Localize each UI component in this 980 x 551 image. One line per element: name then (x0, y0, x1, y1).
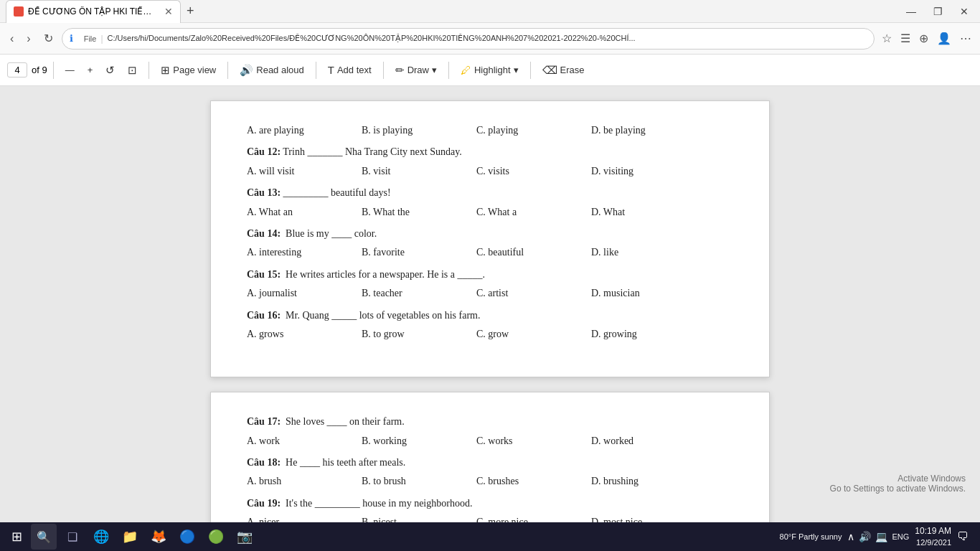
page-view-button[interactable]: ⊞ Page view (155, 61, 222, 80)
taskbar-app-explorer[interactable]: 📁 (117, 524, 143, 550)
highlight-label: Highlight (474, 65, 511, 75)
new-tab-button[interactable]: + (181, 4, 200, 19)
add-text-button[interactable]: T Add text (322, 61, 377, 79)
q17: Câu 17: She loves ____ on their farm. (247, 414, 733, 430)
start-button[interactable]: ⊞ (6, 526, 28, 547)
pdf-page-1: A. are playing B. is playing C. playing … (210, 100, 770, 377)
tray-network[interactable]: 💻 (875, 531, 887, 542)
q18-options: A. brush B. to brush C. brushes D. brush… (247, 474, 733, 489)
tab-close-button[interactable]: ✕ (164, 6, 173, 17)
taskbar-app-search[interactable]: 🔍 (31, 524, 57, 550)
tab-favicon (14, 6, 24, 17)
fit-page-button[interactable]: ⊡ (122, 61, 143, 80)
zoom-out-button[interactable]: — (60, 62, 80, 78)
erase-button[interactable]: ⌫ Erase (537, 61, 590, 80)
q16: Câu 16: Mr. Quang _____ lots of vegetabl… (247, 308, 733, 324)
address-actions: ☆ ☰ ⊕ 👤 ⋯ (879, 29, 974, 48)
pdf-content-area[interactable]: A. are playing B. is playing C. playing … (0, 86, 980, 522)
separator-4 (316, 62, 316, 79)
add-tab-button[interactable]: ⊕ (916, 29, 931, 48)
add-text-label: Add text (337, 65, 372, 75)
notification-button[interactable]: 🗨 (957, 530, 969, 543)
page-view-icon: ⊞ (161, 64, 170, 77)
address-field[interactable]: ℹ File | C:/Users/hi/Documents/Zalo%20Re… (62, 28, 875, 50)
back-button[interactable]: ‹ (6, 29, 18, 48)
tray-language[interactable]: ENG (892, 532, 909, 541)
q14: Câu 14: Blue is my ____ color. (247, 226, 733, 242)
q15: Câu 15: He writes articles for a newspap… (247, 267, 733, 283)
q19-options: A. nicer B. nicest C. more nice D. most … (247, 514, 733, 522)
read-aloud-label: Read aloud (256, 65, 304, 75)
separator-6 (448, 62, 449, 79)
info-icon: ℹ (70, 33, 73, 44)
window-controls: — ❐ ✕ (900, 4, 974, 19)
taskbar-app-taskview[interactable]: ❑ (60, 524, 85, 550)
taskbar-app-edge[interactable]: 🌐 (88, 524, 114, 550)
page-nav-group: of 9 (7, 62, 47, 77)
taskbar-right: 80°F Partly sunny ∧ 🔊 💻 ENG 10:19 AM 12/… (780, 526, 974, 547)
forward-button[interactable]: › (22, 29, 34, 48)
tab-area: ĐỀ CƯƠNG ÔN TẬP HKI TIẾNG A ✕ + (6, 0, 900, 23)
page-number-input[interactable] (7, 62, 27, 77)
add-text-icon: T (328, 64, 334, 76)
taskbar: ⊞ 🔍 ❑ 🌐 📁 🦊 🔵 🟢 📷 80°F Partly sunny ∧ (0, 522, 980, 551)
more-button[interactable]: ⋯ (957, 29, 974, 48)
profile-button[interactable]: 👤 (934, 29, 954, 48)
draw-icon: ✏ (395, 64, 405, 77)
tray-volume[interactable]: 🔊 (859, 531, 871, 542)
separator-5 (383, 62, 384, 79)
active-tab[interactable]: ĐỀ CƯƠNG ÔN TẬP HKI TIẾNG A ✕ (6, 0, 181, 23)
star-button[interactable]: ☆ (879, 29, 895, 48)
rotate-button[interactable]: ↺ (100, 61, 121, 80)
draw-dropdown-icon: ▾ (432, 65, 437, 75)
erase-icon: ⌫ (542, 64, 557, 77)
q14-options: A. interesting B. favorite C. beautiful … (247, 245, 733, 260)
q16-options: A. grows B. to grow C. grow D. growing (247, 326, 733, 342)
highlight-button[interactable]: 🖊 Highlight ▾ (455, 61, 524, 79)
q18: Câu 18: He ____ his teeth after meals. (247, 455, 733, 471)
taskbar-time-display: 10:19 AM (915, 526, 951, 537)
title-bar: ĐỀ CƯƠNG ÔN TẬP HKI TIẾNG A ✕ + — ❐ ✕ (0, 0, 980, 23)
refresh-button[interactable]: ↻ (39, 29, 57, 48)
taskbar-date-display: 12/9/2021 (915, 537, 951, 547)
taskbar-app-green[interactable]: 🟢 (203, 524, 229, 550)
q11-options: A. are playing B. is playing C. playing … (247, 123, 733, 138)
q12: Câu 12: Trinh _______ Nha Trang City nex… (247, 144, 733, 160)
page-total: of 9 (32, 65, 47, 75)
system-tray: ∧ 🔊 💻 ENG (847, 531, 909, 542)
pdf-page-2: Câu 17: She loves ____ on their farm. A.… (210, 392, 770, 522)
erase-label: Erase (560, 65, 585, 75)
taskbar-app-chrome[interactable]: 🔵 (174, 524, 200, 550)
zoom-in-button[interactable]: + (82, 62, 99, 78)
url-text: C:/Users/hi/Documents/Zalo%20Received%20… (108, 34, 636, 43)
pdf-toolbar: of 9 — + ↺ ⊡ ⊞ Page view 🔊 Read aloud T … (0, 55, 980, 86)
taskbar-apps: 🔍 ❑ 🌐 📁 🦊 🔵 🟢 📷 (28, 524, 780, 550)
tab-title: ĐỀ CƯƠNG ÔN TẬP HKI TIẾNG A (28, 6, 157, 17)
separator-7 (530, 62, 531, 79)
taskbar-app-camera[interactable]: 📷 (232, 524, 258, 550)
q13-options: A. What an B. What the C. What a D. What (247, 204, 733, 220)
minimize-button[interactable]: — (900, 4, 922, 19)
q19: Câu 19: It's the _________ house in my n… (247, 496, 733, 512)
zoom-group: — + ↺ ⊡ (60, 61, 143, 80)
read-aloud-button[interactable]: 🔊 Read aloud (234, 61, 310, 80)
separator-1 (53, 62, 54, 79)
q15-options: A. journalist B. teacher C. artist D. mu… (247, 286, 733, 301)
restore-button[interactable]: ❐ (928, 4, 948, 19)
address-bar: ‹ › ↻ ℹ File | C:/Users/hi/Documents/Zal… (0, 23, 980, 55)
separator-3 (227, 62, 228, 79)
taskbar-datetime[interactable]: 10:19 AM 12/9/2021 (915, 526, 951, 547)
separator-2 (149, 62, 149, 79)
draw-label: Draw (407, 65, 429, 75)
q12-options: A. will visit B. visit C. visits D. visi… (247, 164, 733, 179)
q13: Câu 13: _________ beautiful days! (247, 185, 733, 201)
highlight-dropdown-icon: ▾ (514, 65, 519, 75)
taskbar-app-firefox[interactable]: 🦊 (146, 524, 171, 550)
page-view-label: Page view (173, 65, 216, 75)
reader-view-button[interactable]: ☰ (897, 29, 913, 48)
tray-chevron[interactable]: ∧ (847, 531, 854, 542)
draw-button[interactable]: ✏ Draw ▾ (390, 61, 443, 80)
weather-temp: 80°F Partly sunny (780, 532, 842, 541)
close-button[interactable]: ✕ (954, 4, 974, 19)
fit-page-icon: ⊡ (128, 64, 137, 77)
